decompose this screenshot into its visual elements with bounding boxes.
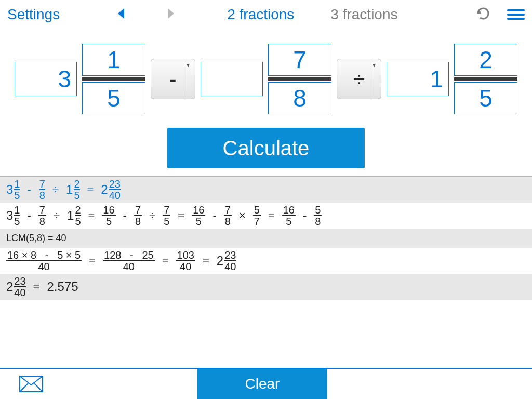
result-step-2: 16 × 8 - 5 × 540 = 128 - 2540 = 10340 = … [0, 248, 532, 274]
calculate-button[interactable]: Calculate [167, 128, 365, 168]
result-step-1: 315 - 78 ÷ 125 = 165 - 78 ÷ 75 = 165 - 7… [0, 203, 532, 229]
fraction-input-row: 3 1 5 - ▼ 7 8 ÷ ▼ 1 2 5 [0, 44, 532, 114]
whole-1-input[interactable]: 3 [15, 62, 77, 96]
svg-line-4 [34, 383, 43, 392]
clear-button[interactable]: Clear [197, 369, 327, 399]
whole-2-input[interactable] [201, 62, 263, 96]
mail-icon[interactable] [0, 369, 62, 399]
num-3-input[interactable]: 2 [454, 44, 517, 76]
result-decimal: 22340 = 2.575 [0, 274, 532, 300]
svg-line-3 [20, 383, 28, 392]
menu-icon[interactable] [507, 9, 525, 20]
bottom-bar: Clear [0, 368, 532, 399]
operator-2-select[interactable]: ÷ ▼ [337, 59, 381, 99]
fraction-bar [82, 77, 145, 81]
num-1-input[interactable]: 1 [82, 44, 145, 76]
svg-marker-0 [118, 8, 124, 19]
num-2-input[interactable]: 7 [268, 44, 331, 76]
results-area: 315 - 78 ÷ 125 = 22340 315 - 78 ÷ 125 = … [0, 176, 532, 300]
tab-3-fractions[interactable]: 3 fractions [330, 6, 397, 23]
svg-marker-1 [168, 8, 174, 19]
den-3-input[interactable]: 5 [454, 82, 517, 114]
result-summary: 315 - 78 ÷ 125 = 22340 [0, 177, 532, 203]
undo-icon[interactable] [475, 6, 491, 23]
whole-3-input[interactable]: 1 [387, 62, 449, 96]
result-lcm: LCM(5,8) = 40 [0, 229, 532, 248]
tab-2-fractions[interactable]: 2 fractions [227, 6, 294, 23]
operator-2-value: ÷ [353, 68, 365, 91]
settings-link[interactable]: Settings [7, 6, 60, 23]
operator-1-select[interactable]: - ▼ [151, 59, 195, 99]
den-2-input[interactable]: 8 [268, 82, 331, 114]
operator-1-value: - [169, 68, 176, 91]
fraction-bar [454, 77, 517, 81]
next-arrow-icon[interactable] [167, 7, 175, 22]
prev-arrow-icon[interactable] [117, 7, 125, 22]
fraction-bar [268, 77, 331, 81]
den-1-input[interactable]: 5 [82, 82, 145, 114]
